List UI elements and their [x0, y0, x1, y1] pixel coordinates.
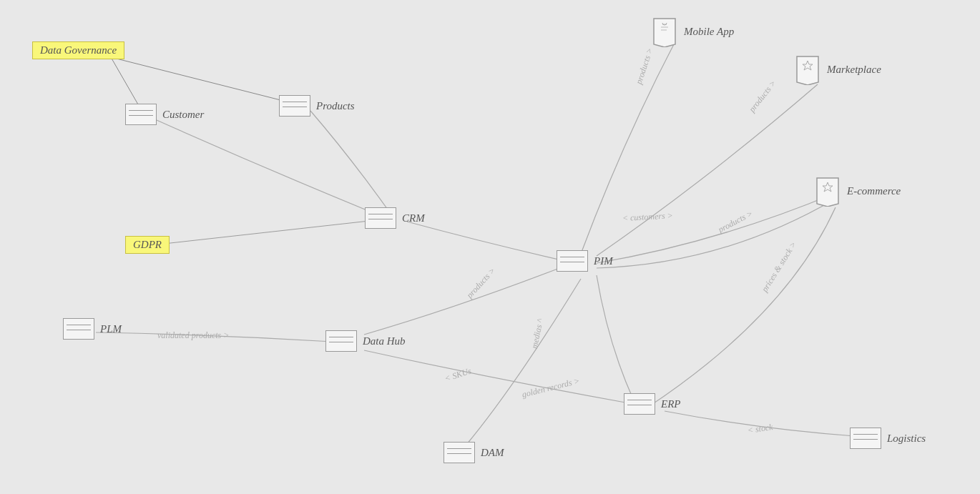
erp-box — [624, 393, 655, 415]
erp-label: ERP — [661, 398, 681, 410]
edge-label-golden-records: golden records > — [521, 375, 581, 400]
crm-box — [365, 207, 396, 229]
products-box — [279, 95, 310, 117]
edge-label-validated-products: validated products > — [157, 330, 229, 341]
annotation-data-governance: Data Governance — [32, 41, 124, 59]
node-products[interactable]: Products — [279, 95, 355, 117]
svg-line-0 — [111, 57, 141, 109]
edge-label-stock: < stock — [747, 422, 774, 436]
edge-label-products-ecommerce: products > — [716, 208, 755, 235]
diagram: Data Governance GDPR Customer Products C… — [0, 0, 980, 494]
datahub-box — [325, 330, 357, 352]
mobile-app-icon — [651, 16, 678, 47]
customer-label: Customer — [162, 109, 204, 121]
ecommerce-label: E-commerce — [847, 185, 901, 197]
datahub-label: Data Hub — [363, 335, 406, 347]
badge-ecommerce[interactable]: E-commerce — [814, 175, 901, 207]
node-plm[interactable]: PLM — [63, 318, 122, 340]
ecommerce-icon — [814, 175, 841, 207]
edge-label-medias: medias ^ — [529, 318, 546, 350]
edge-label-customers: < customers > — [622, 210, 674, 224]
mobile-app-label: Mobile App — [684, 26, 734, 38]
node-logistics[interactable]: Logistics — [850, 428, 926, 449]
crm-label: CRM — [402, 212, 425, 224]
node-erp[interactable]: ERP — [624, 393, 681, 415]
customer-box — [125, 104, 157, 125]
svg-line-2 — [157, 220, 376, 244]
logistics-box — [850, 428, 881, 449]
edge-label-skus: < SKUs — [444, 365, 473, 384]
annotation-gdpr: GDPR — [125, 236, 170, 254]
edge-label-prices-stock: prices & stock > — [760, 239, 799, 294]
edge-label-products-mobileapp: products > — [634, 46, 656, 86]
marketplace-icon — [794, 54, 821, 85]
svg-line-1 — [111, 57, 295, 104]
pim-label: PIM — [594, 255, 613, 267]
node-crm[interactable]: CRM — [365, 207, 425, 229]
node-customer[interactable]: Customer — [125, 104, 204, 125]
node-dam[interactable]: DAM — [444, 442, 504, 463]
marketplace-label: Marketplace — [827, 64, 881, 76]
node-datahub[interactable]: Data Hub — [325, 330, 406, 352]
plm-label: PLM — [100, 323, 122, 335]
edge-label-products-marketplace: products > — [747, 78, 778, 114]
logistics-label: Logistics — [887, 433, 926, 445]
pim-box — [557, 250, 588, 272]
badge-mobile-app[interactable]: Mobile App — [651, 16, 734, 47]
dam-label: DAM — [481, 447, 504, 459]
badge-marketplace[interactable]: Marketplace — [794, 54, 881, 85]
dam-box — [444, 442, 475, 463]
node-pim[interactable]: PIM — [557, 250, 613, 272]
plm-box — [63, 318, 94, 340]
edge-label-products-datahub: products > — [464, 265, 497, 300]
products-label: Products — [316, 100, 355, 112]
